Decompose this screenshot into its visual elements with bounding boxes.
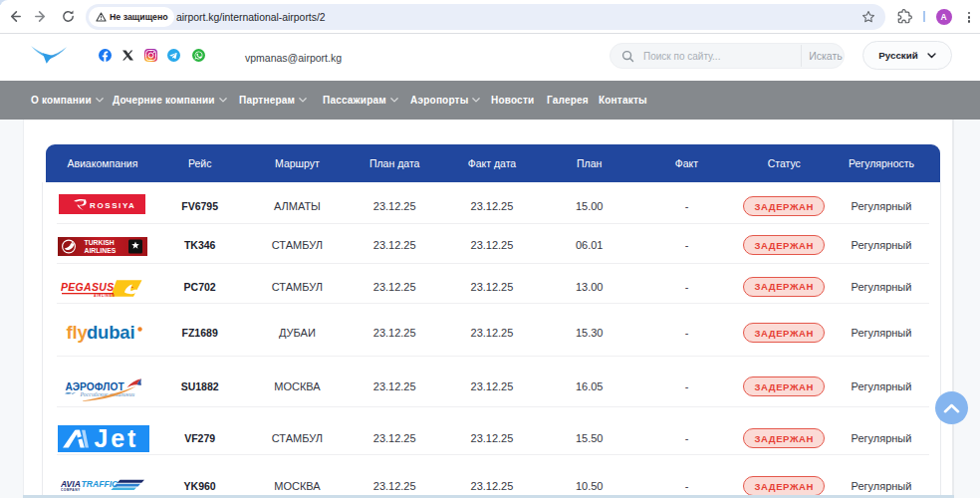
svg-text:Jet: Jet — [94, 425, 138, 452]
svg-text:AIRLINES: AIRLINES — [84, 247, 116, 254]
svg-text:TURKISH: TURKISH — [84, 239, 114, 246]
svg-text:flydubai: flydubai — [66, 323, 134, 343]
svg-text:COMPANY: COMPANY — [61, 488, 81, 491]
svg-text:PEGASUS: PEGASUS — [61, 281, 114, 293]
svg-text:TRAFFIC: TRAFFIC — [81, 479, 119, 489]
svg-text:ROSSIYA: ROSSIYA — [90, 201, 135, 210]
svg-text:AIRLINES: AIRLINES — [94, 294, 115, 297]
